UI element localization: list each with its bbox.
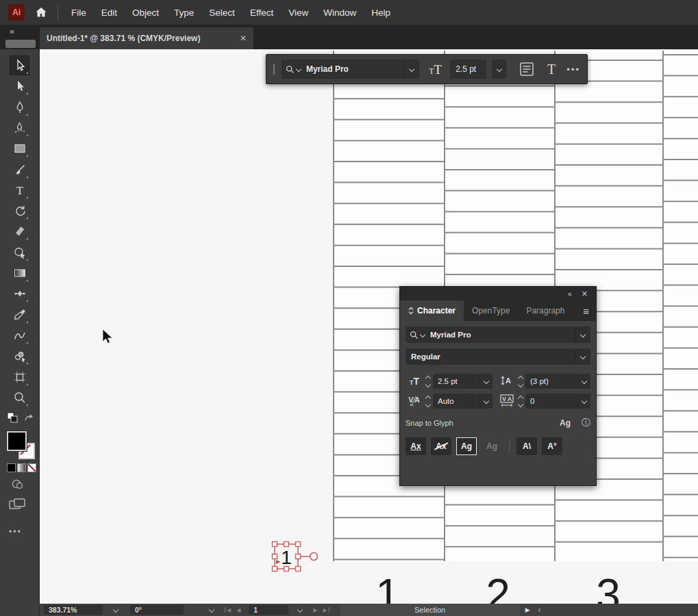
font-size-dropdown-icon[interactable]	[479, 374, 493, 389]
menu-effect[interactable]: Effect	[250, 8, 273, 18]
menu-file[interactable]: File	[71, 8, 86, 18]
tool-zoom[interactable]	[10, 388, 29, 407]
last-artboard-icon[interactable]: ▶	[323, 607, 329, 613]
screen-mode-icon[interactable]	[8, 496, 27, 515]
rotation-field[interactable]: 0°	[130, 605, 184, 615]
prev-artboard-icon[interactable]: ◀	[236, 607, 240, 613]
column-number-label[interactable]: 2	[486, 569, 510, 604]
expand-panels-icon[interactable]: »	[10, 27, 14, 36]
canvas[interactable]: 123 1	[40, 49, 698, 604]
close-panel-icon[interactable]: ✕	[582, 290, 588, 298]
touch-type-icon[interactable]: T	[547, 62, 556, 77]
tool-eraser[interactable]	[10, 222, 29, 240]
menu-help[interactable]: Help	[371, 8, 390, 18]
panel-font-family-combobox[interactable]: Myriad Pro	[406, 326, 590, 343]
tool-eyedropper[interactable]	[10, 305, 29, 324]
tool-artboard[interactable]	[10, 368, 29, 386]
fill-color-swatch[interactable]	[7, 431, 27, 451]
snap-to-slant-button[interactable]: A\	[516, 437, 537, 455]
snap-glyph-bounds-button[interactable]: Ag	[456, 437, 477, 455]
menu-object[interactable]: Object	[132, 8, 159, 18]
menu-view[interactable]: View	[288, 8, 308, 18]
selected-text-object[interactable]: 1	[270, 539, 325, 574]
font-family-dropdown-icon[interactable]	[575, 326, 590, 343]
tool-width[interactable]	[10, 284, 29, 303]
app-logo-icon[interactable]: Ai	[8, 4, 25, 21]
font-family-combobox[interactable]: Myriad Pro	[282, 60, 419, 79]
font-family-dropdown-icon[interactable]	[403, 60, 419, 79]
kerning-stepper[interactable]	[426, 396, 430, 407]
snap-angular-guides-button[interactable]: Ag	[482, 437, 502, 455]
tracking-stepper[interactable]	[519, 396, 523, 407]
tool-type[interactable]: T	[10, 181, 29, 199]
tool-direct-selection[interactable]	[10, 77, 29, 95]
status-back-icon[interactable]: ‹	[538, 605, 541, 615]
document-tab[interactable]: Untitled-1* @ 383.71 % (CMYK/Preview) ✕	[40, 27, 253, 49]
tool-rectangle[interactable]	[10, 139, 29, 157]
font-size-dropdown-icon[interactable]	[492, 60, 506, 79]
leading-field[interactable]: (3 pt)	[525, 374, 590, 389]
font-style-combobox[interactable]: Regular	[406, 348, 590, 365]
color-chip-icon[interactable]	[7, 463, 16, 472]
font-size-stepper[interactable]	[426, 376, 430, 387]
first-artboard-icon[interactable]: ◀	[225, 607, 231, 613]
swap-fill-stroke-icon[interactable]	[6, 411, 34, 426]
column-number-label[interactable]: 1	[375, 569, 400, 604]
drag-handle[interactable]	[273, 64, 275, 75]
tab-opentype[interactable]: OpenType	[464, 300, 518, 321]
rotation-dropdown-icon[interactable]	[209, 607, 214, 613]
font-style-dropdown-icon[interactable]	[575, 348, 590, 365]
tool-selection[interactable]	[10, 56, 29, 75]
tool-gradient[interactable]	[10, 264, 29, 282]
tracking-dropdown-icon[interactable]	[577, 394, 590, 409]
snap-ag-icon[interactable]: Ag	[560, 418, 571, 428]
tool-blend[interactable]	[10, 326, 29, 344]
leading-dropdown-icon[interactable]	[577, 374, 590, 389]
more-options-icon[interactable]: •••	[566, 64, 580, 75]
kerning-field[interactable]: Auto	[433, 394, 493, 409]
snap-baseline-button[interactable]: Ax	[406, 437, 426, 455]
collapse-panel-icon[interactable]: «	[568, 290, 572, 298]
snap-xheight-button[interactable]: Ax	[431, 437, 451, 455]
tool-curvature[interactable]	[10, 118, 29, 137]
tool-rotate[interactable]	[10, 201, 29, 220]
color-mode-chips[interactable]	[7, 463, 38, 475]
artboard-number-field[interactable]: 1	[249, 605, 288, 615]
home-icon[interactable]	[34, 5, 48, 19]
font-size-field[interactable]: 2.5 pt	[450, 60, 486, 79]
zoom-level-field[interactable]: 383.71%	[44, 605, 103, 615]
snap-anchor-button[interactable]: A°	[542, 437, 562, 455]
info-icon[interactable]: ⓘ	[582, 417, 590, 429]
tracking-icon: VA	[498, 394, 516, 408]
artboard-dropdown-icon[interactable]	[297, 607, 303, 613]
font-size-field[interactable]: 2.5 pt	[433, 374, 493, 389]
kerning-dropdown-icon[interactable]	[479, 394, 493, 409]
tool-pen[interactable]	[10, 98, 29, 116]
status-play-icon[interactable]: ▶	[525, 606, 530, 613]
drawing-mode-icon[interactable]	[10, 476, 25, 494]
tool-symbol-sprayer[interactable]	[10, 346, 29, 365]
tool-shape-builder[interactable]	[10, 243, 29, 261]
paragraph-panel-icon[interactable]	[519, 61, 535, 77]
panel-header: « ✕	[400, 287, 596, 300]
menu-select[interactable]: Select	[209, 8, 235, 18]
menu-edit[interactable]: Edit	[101, 8, 117, 18]
menu-window[interactable]: Window	[323, 8, 356, 18]
tracking-field[interactable]: 0	[525, 394, 590, 409]
edit-toolbar-icon[interactable]: •••	[9, 527, 22, 537]
zoom-dropdown-icon[interactable]	[113, 607, 119, 613]
panel-menu-icon[interactable]: ≡	[583, 300, 596, 321]
column-number-label[interactable]: 3	[596, 569, 621, 604]
tab-paragraph[interactable]: Paragraph	[518, 300, 573, 321]
gradient-chip-icon[interactable]	[17, 463, 26, 472]
none-chip-icon[interactable]	[27, 463, 36, 472]
close-tab-icon[interactable]: ✕	[233, 34, 247, 43]
leading-stepper[interactable]	[519, 376, 523, 387]
status-bar: 383.71% 0° ◀ ◀ 1 ▶ ▶ Selection ▶ ‹	[0, 604, 698, 616]
toolbar-grip[interactable]	[5, 40, 36, 48]
menu-type[interactable]: Type	[174, 8, 194, 18]
paintbrush-icon	[12, 162, 27, 177]
next-artboard-icon[interactable]: ▶	[313, 607, 317, 613]
tool-paintbrush[interactable]	[10, 160, 29, 179]
tab-character[interactable]: Character	[400, 300, 464, 321]
